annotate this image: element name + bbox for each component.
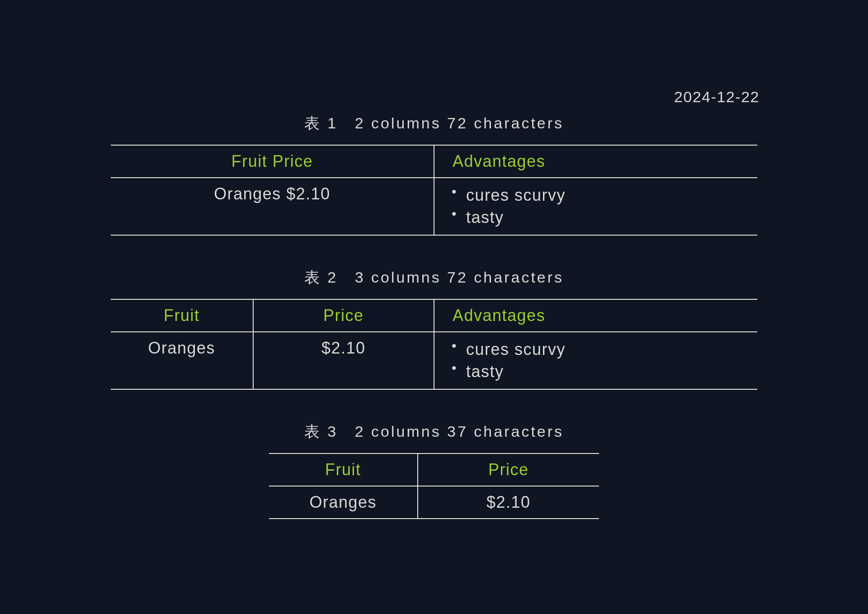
table2-cell-advantages: cures scurvy tasty	[434, 332, 757, 389]
table2-header-price: Price	[253, 299, 434, 332]
table3-caption-label: 表 3	[304, 423, 338, 440]
table1-header-advantages: Advantages	[434, 145, 757, 178]
table2: Fruit Price Advantages Oranges $2.10 cur…	[111, 299, 757, 390]
table1-cell-advantages: cures scurvy tasty	[434, 178, 757, 235]
table3-caption-desc: 2 columns 37 characters	[355, 423, 564, 440]
table2-block: 表 2 3 columns 72 characters Fruit Price …	[0, 267, 868, 390]
table3-data-row: Oranges $2.10	[269, 486, 599, 519]
table1-header-fruit-price: Fruit Price	[111, 145, 434, 178]
table3-caption: 表 3 2 columns 37 characters	[0, 421, 868, 442]
table1-data-row: Oranges $2.10 cures scurvy tasty	[111, 178, 757, 235]
table1-cell-fruit-price: Oranges $2.10	[111, 178, 434, 235]
table2-cell-fruit: Oranges	[111, 332, 253, 389]
table2-header-advantages: Advantages	[434, 299, 757, 332]
table1-caption-desc: 2 columns 72 characters	[355, 114, 564, 132]
list-item: tasty	[464, 361, 744, 383]
table2-header-row: Fruit Price Advantages	[111, 299, 757, 332]
list-item: cures scurvy	[464, 184, 744, 207]
document-date: 2024-12-22	[674, 88, 760, 106]
table3-cell-price: $2.10	[418, 486, 599, 519]
table3-header-price: Price	[418, 453, 599, 486]
list-item: tasty	[464, 207, 744, 229]
table3-header-row: Fruit Price	[269, 453, 599, 486]
document-page: 2024-12-22 表 1 2 columns 72 characters F…	[0, 0, 868, 614]
table2-advantages-list: cures scurvy tasty	[448, 339, 744, 383]
table1-caption-label: 表 1	[304, 114, 338, 132]
table2-caption: 表 2 3 columns 72 characters	[0, 267, 868, 288]
table3-block: 表 3 2 columns 37 characters Fruit Price …	[0, 421, 868, 519]
table3: Fruit Price Oranges $2.10	[269, 453, 599, 519]
table2-header-fruit: Fruit	[111, 299, 253, 332]
table1-caption: 表 1 2 columns 72 characters	[0, 113, 868, 134]
table1-block: 表 1 2 columns 72 characters Fruit Price …	[0, 113, 868, 236]
table3-header-fruit: Fruit	[269, 453, 418, 486]
table2-caption-label: 表 2	[304, 269, 338, 286]
table1-header-row: Fruit Price Advantages	[111, 145, 757, 178]
table1-advantages-list: cures scurvy tasty	[448, 184, 744, 228]
table3-cell-fruit: Oranges	[269, 486, 418, 519]
list-item: cures scurvy	[464, 339, 744, 361]
table2-data-row: Oranges $2.10 cures scurvy tasty	[111, 332, 757, 389]
table2-caption-desc: 3 columns 72 characters	[355, 269, 564, 286]
table1: Fruit Price Advantages Oranges $2.10 cur…	[111, 145, 757, 236]
table2-cell-price: $2.10	[253, 332, 434, 389]
